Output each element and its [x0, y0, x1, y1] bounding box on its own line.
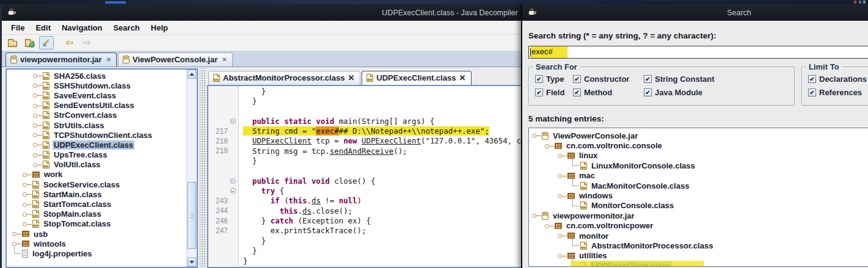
expand-handle-icon[interactable]: [22, 189, 32, 199]
scrollbar-thumb[interactable]: [188, 182, 196, 249]
expand-handle-icon[interactable]: [22, 170, 32, 179]
search-input[interactable]: exec#: [528, 46, 868, 59]
tree-item-macmonitorconsole-class[interactable]: MacMonitorConsole.class: [529, 181, 868, 190]
tree-item-usb[interactable]: usb: [7, 229, 186, 239]
jar-tab-viewpowerconsole-jar[interactable]: ViewPowerConsole.jar✕: [118, 53, 233, 67]
tree-item-monitorconsole-class[interactable]: MonitorConsole.class: [529, 201, 868, 211]
expand-handle-icon[interactable]: [531, 211, 542, 220]
tree-item-abstractmonitorprocessor-class[interactable]: AbstractMonitorProcessor.class: [529, 241, 868, 250]
tree-item-upstree-class[interactable]: UpsTree.class: [7, 150, 186, 160]
tree-item-linux[interactable]: linux: [529, 151, 868, 161]
tree-item-work[interactable]: work: [7, 170, 186, 179]
tree-item-sha256-class[interactable]: SHA256.class: [7, 71, 186, 81]
tree-item-udpexecclient-class[interactable]: UDPExecClient.class: [529, 261, 868, 267]
search-titlebar[interactable]: Search: [522, 4, 868, 21]
tree-item-utilities[interactable]: utilities: [529, 251, 868, 261]
expand-handle-icon[interactable]: [557, 231, 567, 241]
checkbox-checked-icon[interactable]: ✔: [573, 75, 581, 83]
expand-handle-icon[interactable]: [544, 221, 555, 231]
tree-item-socketservice-class[interactable]: SocketService.class: [7, 179, 186, 189]
expand-handle-icon[interactable]: [32, 90, 43, 100]
expand-handle-icon[interactable]: [557, 251, 567, 261]
search-for-checkbox-java-module[interactable]: ✔Java Module: [644, 88, 789, 97]
menu-item-help[interactable]: Help: [145, 22, 173, 34]
expand-handle-icon[interactable]: [32, 71, 43, 81]
search-for-checkbox-field[interactable]: ✔Field: [535, 88, 573, 97]
expand-handle-icon[interactable]: [22, 179, 32, 189]
checkbox-checked-icon[interactable]: ✔: [573, 89, 581, 96]
tab-close-icon[interactable]: ✕: [106, 56, 111, 63]
menu-item-file[interactable]: File: [5, 22, 30, 34]
menu-item-navigation[interactable]: Navigation: [56, 22, 108, 34]
expand-handle-icon[interactable]: [544, 141, 555, 151]
expand-handle-icon[interactable]: [32, 150, 43, 160]
search-for-checkbox-string-constant[interactable]: ✔String Constant: [644, 74, 789, 84]
expand-handle-icon[interactable]: [22, 209, 32, 219]
tree-item-viewpowermonitor-jar[interactable]: viewpowermonitor.jar: [529, 211, 868, 220]
tree-item-volutil-class[interactable]: VolUtil.class: [7, 160, 186, 170]
tree-item-startmain-class[interactable]: StartMain.class: [7, 189, 186, 199]
scroll-down-button[interactable]: [188, 258, 196, 267]
tree-item-log4j-properties[interactable]: log4j.properties: [7, 248, 186, 258]
jar-tab-viewpowermonitor-jar[interactable]: viewpowermonitor.jar✕: [5, 53, 117, 67]
checkbox-checked-icon[interactable]: ✔: [535, 75, 543, 83]
expand-handle-icon[interactable]: [32, 160, 43, 170]
search-for-checkbox-constructor[interactable]: ✔Constructor: [573, 74, 644, 84]
tree-item-sshshutdown-class[interactable]: SSHShutdown.class: [7, 81, 186, 90]
expand-handle-icon[interactable]: [22, 219, 32, 229]
collapse-icon[interactable]: [230, 188, 236, 194]
checkbox-checked-icon[interactable]: ✔: [535, 89, 543, 96]
checkbox-checked-icon[interactable]: ✔: [808, 75, 816, 83]
tree-item-windows[interactable]: windows: [529, 190, 868, 200]
tree-item-viewpowerconsole-jar[interactable]: ViewPowerConsole.jar: [529, 131, 868, 140]
tree-item-starttomcat-class[interactable]: StartTomcat.class: [7, 199, 186, 209]
tree-item-strutils-class[interactable]: StrUtils.class: [7, 120, 186, 130]
menu-item-edit[interactable]: Edit: [30, 22, 56, 34]
code-tab-udpexecclient-class[interactable]: UDPExecClient.class✕: [362, 71, 472, 85]
checkbox-checked-icon[interactable]: ✔: [808, 89, 816, 96]
expand-handle-icon[interactable]: [557, 151, 567, 161]
tree-item-mac[interactable]: mac: [529, 171, 868, 181]
tree-item-monitor[interactable]: monitor: [529, 231, 868, 241]
search-for-checkbox-method[interactable]: ✔Method: [573, 88, 644, 97]
expand-handle-icon[interactable]: [12, 229, 22, 239]
limit-to-checkbox-references[interactable]: ✔References: [808, 88, 868, 97]
collapse-icon[interactable]: [230, 178, 236, 184]
tree-item-sendeventsutil-class[interactable]: SendEventsUtil.class: [7, 101, 186, 110]
tree-item-linuxmonitorconsole-class[interactable]: LinuxMonitorConsole.class: [529, 161, 868, 170]
expand-handle-icon[interactable]: [557, 171, 567, 181]
limit-to-checkbox-declarations[interactable]: ✔Declarations: [808, 74, 868, 84]
tree-item-strconvert-class[interactable]: StrConvert.class: [7, 110, 186, 120]
tree-item-stopmain-class[interactable]: StopMain.class: [7, 209, 186, 219]
tree-item-cn-com-voltronicpower[interactable]: cn.com.voltronicpower: [529, 221, 868, 231]
tree-item-udpexecclient-class[interactable]: UDPExecClient.class: [7, 140, 186, 150]
tab-close-icon[interactable]: ✕: [459, 73, 465, 82]
tree-item-saveevent-class[interactable]: SaveEvent.class: [7, 90, 186, 100]
tree-item-stoptomcat-class[interactable]: StopTomcat.class: [7, 219, 186, 229]
expand-handle-icon[interactable]: [32, 101, 43, 110]
expand-handle-icon[interactable]: [22, 200, 32, 209]
toolbar-back-button[interactable]: ⇦: [62, 36, 77, 49]
checkbox-checked-icon[interactable]: ✔: [644, 89, 652, 96]
toolbar-search-button[interactable]: [39, 36, 54, 49]
toolbar-open-type-hierarchy-button[interactable]: [22, 36, 37, 49]
menu-item-search[interactable]: Search: [108, 22, 145, 34]
tab-close-icon[interactable]: ✕: [222, 56, 227, 63]
checkbox-checked-icon[interactable]: ✔: [644, 75, 652, 83]
toolbar-open-file-button[interactable]: [5, 36, 20, 49]
expand-handle-icon[interactable]: [32, 140, 43, 150]
expand-handle-icon[interactable]: [32, 120, 43, 130]
tree-item-cn-com-voltronic-console[interactable]: cn.com.voltronic.console: [529, 140, 868, 150]
expand-handle-icon[interactable]: [531, 131, 542, 140]
expand-handle-icon[interactable]: [32, 130, 43, 140]
collapse-icon[interactable]: [230, 118, 236, 124]
search-for-checkbox-type[interactable]: ✔Type: [535, 74, 573, 84]
expand-handle-icon[interactable]: [32, 81, 43, 90]
expand-handle-icon[interactable]: [557, 191, 567, 201]
tree-item-wintools[interactable]: wintools: [7, 239, 186, 248]
tree-vertical-scrollbar[interactable]: [186, 70, 197, 267]
expand-handle-icon[interactable]: [32, 110, 43, 120]
tree-item-tcpshutdownclient-class[interactable]: TCPShutdownClient.class: [7, 130, 186, 140]
scroll-up-button[interactable]: [188, 70, 196, 79]
code-tab-abstractmonitorprocessor-class[interactable]: AbstractMonitorProcessor.class✕: [208, 71, 360, 85]
